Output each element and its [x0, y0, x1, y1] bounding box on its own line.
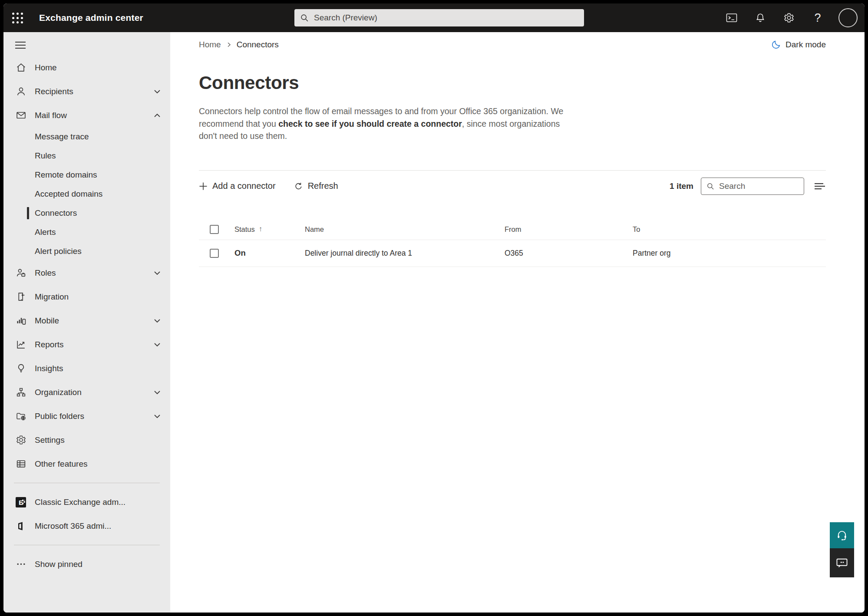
sidebar-item-label: Recipients — [35, 87, 73, 96]
refresh-icon — [294, 181, 303, 191]
account-button[interactable] — [838, 8, 858, 27]
sidebar-item-rules[interactable]: Rules — [3, 146, 170, 165]
sidebar-item-alerts[interactable]: Alerts — [3, 223, 170, 242]
gear-icon — [783, 12, 795, 23]
sort-ascending-icon: ↑ — [259, 225, 263, 234]
table-header-row: Status ↑ Name From To — [199, 219, 826, 240]
chevron-down-icon — [154, 414, 161, 419]
breadcrumb-current: Connectors — [237, 40, 279, 49]
sidebar-item-migration[interactable]: Migration — [3, 285, 170, 309]
mobile-stats-icon — [15, 315, 26, 326]
sidebar-item-home[interactable]: Home — [3, 56, 170, 79]
sidebar-item-label: Insights — [35, 364, 63, 373]
settings-button[interactable] — [780, 8, 798, 27]
chevron-down-icon — [154, 390, 161, 395]
sidebar-item-accepted-domains[interactable]: Accepted domains — [3, 184, 170, 204]
table-row[interactable]: On Deliver journal directly to Area 1 O3… — [199, 240, 826, 267]
chevron-up-icon — [154, 113, 161, 118]
support-button[interactable] — [830, 522, 854, 548]
sidebar-item-label: Rules — [35, 151, 56, 161]
app-title: Exchange admin center — [39, 13, 143, 23]
list-search-input[interactable] — [719, 181, 799, 191]
notifications-button[interactable] — [752, 8, 769, 27]
sidebar-item-label: Settings — [35, 435, 65, 445]
description-link[interactable]: check to see if you should create a conn… — [278, 119, 462, 128]
sidebar-item-show-pinned[interactable]: Show pinned — [3, 552, 170, 576]
dark-mode-toggle[interactable]: Dark mode — [771, 40, 826, 50]
plus-icon — [199, 182, 208, 191]
sidebar-item-other-features[interactable]: Other features — [3, 452, 170, 476]
sidebar-item-settings[interactable]: Settings — [3, 428, 170, 452]
breadcrumb: Home Connectors — [199, 40, 279, 49]
sidebar-item-label: Show pinned — [35, 560, 83, 569]
powershell-button[interactable] — [723, 8, 740, 27]
sidebar-item-roles[interactable]: Roles — [3, 261, 170, 285]
home-icon — [15, 62, 26, 73]
command-bar: Add a connector Refresh 1 item — [199, 171, 826, 202]
sidebar-item-mail-flow[interactable]: Mail flow — [3, 103, 170, 127]
document-arrow-icon — [15, 291, 26, 303]
sidebar-item-public-folders[interactable]: Public folders — [3, 404, 170, 428]
office-logo-icon — [15, 520, 26, 532]
left-nav: Home Recipients Mail flow — [3, 32, 170, 613]
moon-icon — [771, 40, 781, 50]
breadcrumb-home-link[interactable]: Home — [199, 40, 221, 49]
sidebar-item-remote-domains[interactable]: Remote domains — [3, 165, 170, 184]
sidebar-item-label: Organization — [35, 388, 82, 397]
sidebar-item-label: Roles — [35, 268, 56, 278]
row-checkbox[interactable] — [210, 249, 219, 258]
help-button[interactable]: ? — [809, 8, 826, 27]
sidebar-item-recipients[interactable]: Recipients — [3, 79, 170, 103]
sidebar-item-organization[interactable]: Organization — [3, 380, 170, 404]
filter-button[interactable] — [814, 181, 826, 191]
hamburger-icon — [15, 41, 26, 49]
column-header-from[interactable]: From — [505, 225, 633, 234]
gear-icon — [15, 435, 26, 446]
main-content: Home Connectors Dark mode Connectors — [170, 32, 865, 613]
app-launcher-button[interactable] — [3, 3, 31, 32]
avatar — [838, 8, 858, 27]
top-bar: Exchange admin center — [3, 3, 865, 32]
sidebar-item-connectors[interactable]: Connectors — [3, 204, 170, 223]
connector-name[interactable]: Deliver journal directly to Area 1 — [305, 249, 505, 258]
sidebar-item-reports[interactable]: Reports — [3, 333, 170, 356]
org-chart-icon — [15, 387, 26, 398]
sidebar-item-mobile[interactable]: Mobile — [3, 309, 170, 333]
sidebar-item-label: Public folders — [35, 412, 84, 421]
person-icon — [15, 86, 26, 97]
sidebar-item-label: Classic Exchange adm... — [35, 497, 125, 507]
lightbulb-icon — [15, 363, 26, 374]
sidebar-item-classic-exchange[interactable]: E Classic Exchange adm... — [3, 490, 170, 514]
sidebar-divider — [14, 483, 160, 483]
global-search-input[interactable] — [314, 13, 579, 23]
dark-mode-label: Dark mode — [785, 40, 826, 49]
sidebar-item-label: Remote domains — [35, 170, 97, 180]
sidebar-item-label: Migration — [35, 292, 69, 302]
sidebar-item-label: Mail flow — [35, 111, 67, 120]
global-search-box[interactable] — [294, 9, 584, 26]
nav-collapse-button[interactable] — [3, 35, 170, 56]
feedback-button[interactable] — [830, 548, 854, 577]
column-header-to[interactable]: To — [633, 225, 826, 234]
sidebar-item-label: Message trace — [35, 132, 89, 142]
sidebar-item-insights[interactable]: Insights — [3, 356, 170, 380]
sidebar-item-label: Reports — [35, 340, 64, 349]
item-count: 1 item — [670, 181, 693, 191]
select-all-checkbox[interactable] — [210, 225, 219, 234]
connector-to: Partner org — [633, 249, 826, 258]
sidebar-item-alert-policies[interactable]: Alert policies — [3, 242, 170, 261]
add-connector-button[interactable]: Add a connector — [199, 181, 276, 191]
refresh-button[interactable]: Refresh — [294, 181, 338, 191]
sidebar-item-message-trace[interactable]: Message trace — [3, 127, 170, 146]
chevron-right-icon — [226, 42, 231, 48]
chevron-down-icon — [154, 342, 161, 347]
column-header-name[interactable]: Name — [305, 225, 505, 234]
search-icon — [300, 13, 309, 23]
envelope-icon — [15, 110, 26, 121]
sidebar-item-m365-admin[interactable]: Microsoft 365 admi... — [3, 514, 170, 538]
exchange-logo-icon: E — [15, 497, 26, 508]
table-icon — [15, 458, 26, 470]
list-search-box[interactable] — [701, 178, 804, 195]
column-header-status[interactable]: Status — [234, 225, 255, 234]
line-chart-icon — [15, 339, 26, 350]
